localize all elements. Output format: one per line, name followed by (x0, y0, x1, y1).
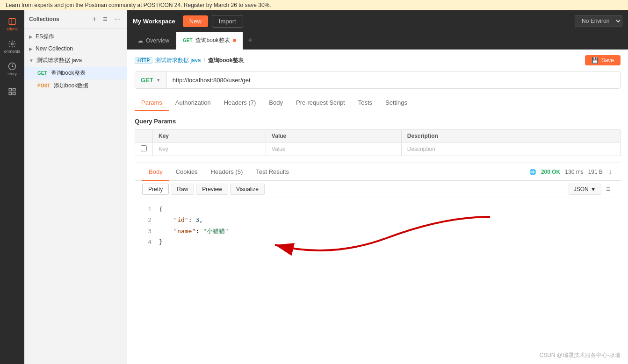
chevron-down-icon: ▼ (29, 58, 34, 63)
svg-rect-3 (9, 88, 11, 91)
http-badge: HTTP (135, 57, 152, 64)
tab-get-book[interactable]: GET 查询book整表 (176, 32, 243, 50)
th-value: Value (266, 130, 401, 143)
tab-overview[interactable]: ☁ Overview (131, 32, 176, 50)
workspace-title: My Workspace (133, 18, 175, 25)
collection-test-java[interactable]: ▼ 测试请求数据 java (24, 54, 127, 67)
tabs-bar: ☁ Overview GET 查询book整表 + (127, 32, 628, 50)
collections-header: Collections + ≡ ··· (24, 10, 127, 29)
unsaved-dot (233, 39, 236, 42)
resp-tab-test-results[interactable]: Test Results (249, 163, 296, 181)
top-toolbar: My Workspace New Import No Environ (127, 10, 628, 32)
svg-rect-4 (13, 88, 15, 91)
resp-tab-cookies[interactable]: Cookies (169, 163, 204, 181)
new-button[interactable]: New (183, 15, 208, 27)
collection-es-ops[interactable]: ▶ ES操作 (24, 30, 127, 43)
tab-overview-label: Overview (146, 37, 169, 44)
top-banner: Learn from experts and join the Postman … (0, 0, 628, 10)
row-description[interactable]: Description (401, 143, 620, 156)
collection-new-label: New Collection (36, 45, 73, 52)
row-checkbox[interactable] (135, 143, 153, 156)
globe-icon: 🌐 (529, 169, 536, 175)
view-pretty-button[interactable]: Pretty (142, 184, 169, 195)
table-row: Key Value Description (135, 143, 621, 156)
params-table: Key Value Description Key Value Descript… (135, 129, 621, 156)
request-area: HTTP 测试请求数据 java / 查询book整表 💾 Save GET ▼ (127, 50, 628, 364)
json-line-3: 3 "name": "小猫猫" (142, 226, 613, 236)
th-description: Description (401, 130, 620, 143)
tab-tests[interactable]: Tests (352, 95, 379, 111)
tab-settings[interactable]: Settings (379, 95, 414, 111)
breadcrumb-separator: / (203, 57, 205, 64)
format-selector[interactable]: JSON ▼ (569, 184, 601, 195)
response-status: 🌐 200 OK 130 ms 191 B ⤓ (529, 168, 613, 176)
svg-point-1 (11, 43, 14, 45)
request-post-book[interactable]: POST 添加book数据 (24, 79, 127, 92)
resp-tab-body[interactable]: Body (142, 163, 169, 181)
collection-es-label: ES操作 (36, 33, 54, 41)
wrap-button[interactable]: ≡ (603, 184, 613, 194)
json-line-1: 1 { (142, 204, 613, 214)
view-raw-button[interactable]: Raw (171, 184, 194, 195)
row-key[interactable]: Key (153, 143, 266, 156)
format-label: JSON (574, 186, 589, 193)
more-options-button[interactable]: ··· (112, 14, 122, 24)
add-tab-button[interactable]: + (243, 36, 258, 45)
main-content: My Workspace New Import No Environ ☁ Ove… (127, 10, 628, 364)
tab-pre-request-script[interactable]: Pre-request Script (289, 95, 352, 111)
banner-text: Learn from experts and join the Postman … (6, 2, 271, 8)
json-line-2: 2 "id": 3, (142, 214, 613, 225)
view-visualize-button[interactable]: Visualize (230, 184, 265, 195)
response-area: Body Cookies Headers (5) Test Results 🌐 … (135, 163, 621, 364)
tab-body[interactable]: Body (262, 95, 289, 111)
breadcrumb: HTTP 测试请求数据 java / 查询book整表 💾 Save (135, 55, 621, 65)
sidebar-item-history[interactable]: story (2, 59, 22, 79)
th-key: Key (153, 130, 266, 143)
tab-authorization[interactable]: Authorization (169, 95, 217, 111)
json-line-4: 4 } (142, 236, 613, 247)
params-section: Query Params Key Value Description (135, 111, 621, 163)
save-response-icon[interactable]: ⤓ (607, 168, 613, 176)
url-input[interactable] (167, 77, 620, 84)
sidebar-item-collections[interactable]: ctions (2, 14, 22, 35)
method-label: GET (141, 77, 153, 84)
watermark: CSDN @瑞晟技术服务中心-耿瑞 (539, 351, 621, 359)
url-bar: GET ▼ (135, 71, 621, 89)
query-params-title: Query Params (135, 118, 621, 125)
chevron-right-icon: ▶ (29, 46, 33, 51)
sidebar-item-environments[interactable]: onments (2, 36, 22, 57)
json-viewer: 1 { 2 "id": 3, 3 "name": "小猫猫" 4 } (135, 198, 621, 364)
breadcrumb-collection[interactable]: 测试请求数据 java (155, 57, 201, 64)
resp-tab-headers[interactable]: Headers (5) (204, 163, 250, 181)
view-preview-button[interactable]: Preview (196, 184, 228, 195)
format-arrow-icon: ▼ (591, 186, 596, 193)
response-view-toolbar: Pretty Raw Preview Visualize JSON ▼ ≡ (135, 181, 621, 198)
request-post-book-label: 添加book数据 (54, 82, 88, 90)
tab-get-book-label: 查询book整表 (195, 36, 230, 44)
breadcrumb-current: 查询book整表 (208, 57, 244, 64)
svg-rect-5 (9, 93, 11, 95)
sidebar-item-apis[interactable] (2, 81, 22, 102)
request-get-book[interactable]: GET 查询book整表 (24, 67, 127, 79)
collection-test-java-label: 测试请求数据 java (36, 57, 82, 64)
th-checkbox (135, 130, 153, 143)
request-get-book-label: 查询book整表 (51, 69, 86, 77)
svg-rect-0 (9, 18, 15, 25)
request-tabs: Params Authorization Headers (7) Body Pr… (135, 95, 621, 111)
environment-selector[interactable]: No Environ (575, 15, 622, 27)
method-selector[interactable]: GET ▼ (135, 71, 167, 88)
response-time: 130 ms (565, 169, 583, 175)
filter-button[interactable]: ≡ (101, 14, 109, 24)
add-collection-button[interactable]: + (90, 14, 98, 24)
row-value[interactable]: Value (266, 143, 401, 156)
response-size: 191 B (588, 169, 603, 175)
tab-headers[interactable]: Headers (7) (217, 95, 263, 111)
response-tabs-bar: Body Cookies Headers (5) Test Results 🌐 … (135, 163, 621, 181)
tab-params[interactable]: Params (135, 95, 169, 111)
collections-list: ▶ ES操作 ▶ New Collection ▼ 测试请求数据 java GE… (24, 29, 127, 364)
collections-panel: Collections + ≡ ··· ▶ ES操作 ▶ New Collect… (24, 10, 127, 364)
collection-new[interactable]: ▶ New Collection (24, 43, 127, 54)
save-button[interactable]: 💾 Save (585, 55, 621, 65)
svg-rect-6 (13, 93, 15, 95)
import-button[interactable]: Import (212, 15, 243, 28)
